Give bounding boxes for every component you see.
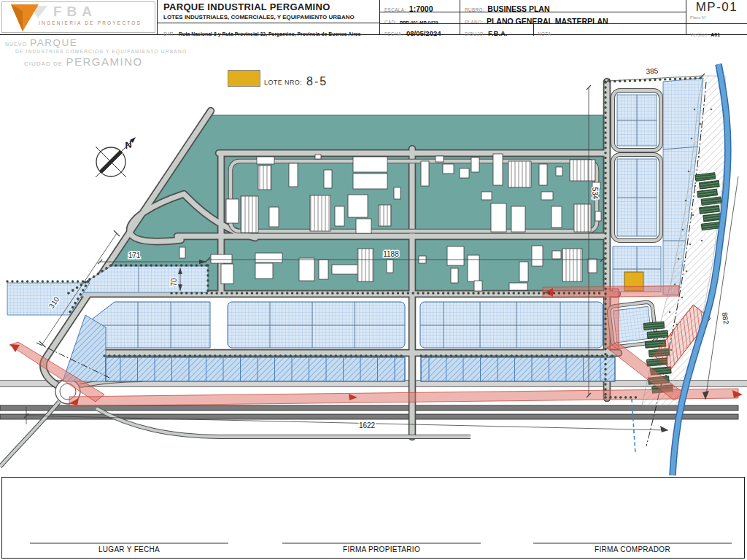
- fecha-label: FECHA:: [384, 31, 403, 36]
- wordmark-line1: NUEVO PARQUE: [5, 36, 187, 48]
- industrial-lots-row1: [92, 302, 603, 348]
- dibujo-row: DIBUJO: F.B.A. NOTA:: [460, 23, 686, 35]
- fba-logo-icon: [8, 2, 49, 33]
- wordmark-ciudad: CIUDAD DE: [24, 61, 63, 67]
- signature-slot-lugar: LUGAR Y FECHA: [30, 542, 228, 553]
- dim-385: 385: [646, 67, 659, 76]
- signature-box: LUGAR Y FECHA FIRMA PROPIETARIO FIRMA CO…: [1, 477, 745, 559]
- signature-label: LUGAR Y FECHA: [30, 545, 228, 553]
- wordmark-pergamino: PERGAMINO: [66, 55, 142, 68]
- project-subtitle: LOTES INDUSTRIALES, COMERCIALES, Y EQUIP…: [163, 14, 355, 20]
- dibujo-value: F.B.A.: [488, 29, 507, 37]
- sheet-label: Plano N°: [690, 15, 706, 20]
- signature-label: FIRMA COMPRADOR: [533, 545, 732, 553]
- wordmark-parque: PARQUE: [30, 37, 77, 48]
- signature-line: [533, 542, 732, 544]
- signature-slot-propietario: FIRMA PROPIETARIO: [282, 542, 481, 553]
- version-label: Version: [690, 32, 708, 37]
- dim-171: 171: [128, 252, 141, 260]
- project-title-cell: PARQUE INDUSTRIAL PERGAMINO LOTES INDUST…: [157, 0, 379, 35]
- escala-row: ESCALA: 1:7000: [380, 0, 460, 12]
- nota-label: NOTA:: [538, 31, 553, 36]
- scale-cell: ESCALA: 1:7000 CAD: PPR-001-MP-0429 FECH…: [379, 0, 460, 35]
- signature-label: FIRMA PROPIETARIO: [282, 545, 481, 553]
- north-arrow: N: [96, 137, 136, 177]
- dim-882: 882: [721, 311, 731, 325]
- wordmark-line3: CIUDAD DE PERGAMINO: [5, 56, 187, 68]
- address-row: DIR: Ruta Nacional 8 y Ruta Provincial 3…: [158, 23, 379, 35]
- fecha-value: 08/05/2024: [406, 29, 441, 37]
- title-block: FBA INGENIERIA DE PROYECTOS PARQUE INDUS…: [0, 0, 747, 35]
- plano-row: PLANO: PLANO GENERAL MASTERPLAN: [460, 12, 686, 23]
- legend-value: 8-5: [306, 75, 328, 88]
- rubro-cell: RUBRO: BUSINESS PLAN PLANO: PLANO GENERA…: [460, 0, 686, 35]
- site-plan-svg: 385 534 882 171 70 1188 310 1622 N: [0, 0, 747, 560]
- version-row: Version A01: [686, 23, 747, 35]
- version-value: A01: [711, 32, 720, 37]
- signature-line: [282, 542, 481, 544]
- rubro-row: RUBRO: BUSINESS PLAN: [460, 0, 686, 12]
- dir-label: DIR:: [163, 31, 176, 37]
- sheet-code: MP-01: [686, 0, 747, 15]
- dir-value: Ruta Nacional 8 y Ruta Provincial 32, Pe…: [179, 31, 360, 36]
- legend-swatch: [228, 70, 260, 87]
- logo-tagline: INGENIERIA DE PROYECTOS: [39, 20, 142, 26]
- fecha-row: FECHA: 08/05/2024: [380, 23, 460, 35]
- nota-cell: NOTA:: [533, 24, 686, 36]
- logo-cell: FBA INGENIERIA DE PROYECTOS: [1, 1, 155, 33]
- legend-label: LOTE NRO:: [264, 79, 302, 86]
- project-wordmark: NUEVO PARQUE DE INDUSTRIAS COMERCIOS Y E…: [5, 36, 187, 68]
- dim-1188: 1188: [383, 250, 399, 258]
- project-title: PARQUE INDUSTRIAL PERGAMINO: [163, 1, 330, 12]
- dibujo-label: DIBUJO:: [465, 31, 485, 36]
- sheet-number-cell: MP-01 Plano N° Version A01: [686, 0, 747, 35]
- wordmark-nuevo: NUEVO: [5, 42, 27, 47]
- wordmark-line2: DE INDUSTRIAS COMERCIOS Y EQUIPAMIENTO U…: [5, 50, 187, 55]
- dim-534: 534: [591, 187, 599, 200]
- logo-wordmark: FBA: [53, 4, 97, 20]
- drawing-sheet: 385 534 882 171 70 1188 310 1622 N FBA I…: [0, 0, 747, 560]
- signature-slot-comprador: FIRMA COMPRADOR: [533, 542, 732, 553]
- signature-line: [30, 542, 228, 544]
- legend: LOTE NRO: 8-5: [228, 70, 328, 87]
- dim-1622: 1622: [359, 421, 376, 429]
- dim-70: 70: [170, 278, 178, 287]
- cad-row: CAD: PPR-001-MP-0429: [380, 12, 460, 23]
